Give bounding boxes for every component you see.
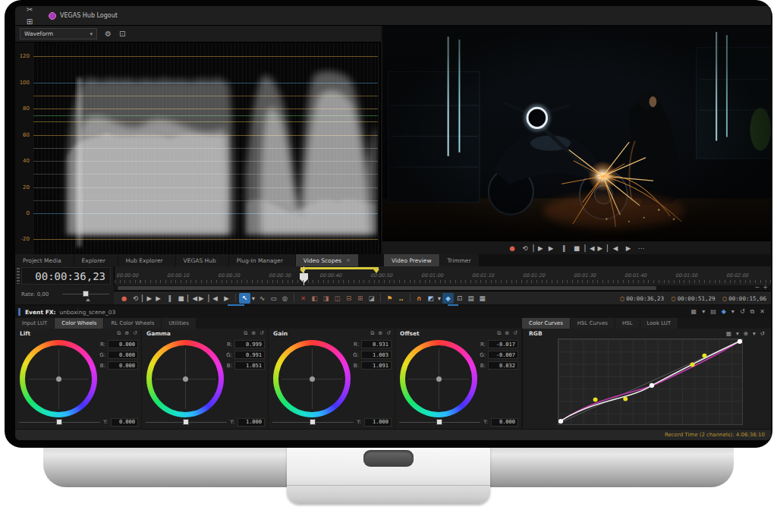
- zoom-out-icon[interactable]: −: [755, 284, 760, 291]
- record-button[interactable]: ●: [118, 293, 130, 304]
- selection-time-value[interactable]: 00:00:15,06: [728, 295, 766, 302]
- curve-graph[interactable]: [558, 338, 743, 425]
- slide-event-button[interactable]: ⊞: [354, 293, 366, 304]
- scrollbar-thumb[interactable]: [118, 286, 656, 290]
- b-value-field[interactable]: 1.091: [361, 361, 392, 370]
- plugin-chain-icon[interactable]: ◆: [722, 308, 726, 316]
- y-slider[interactable]: [272, 422, 354, 423]
- tab-trimmer[interactable]: Trimmer: [440, 254, 479, 266]
- loop-region-bar[interactable]: [300, 267, 379, 269]
- rate-slider[interactable]: [62, 294, 109, 294]
- playhead-handle[interactable]: [300, 273, 308, 283]
- curve-preset-caret-icon[interactable]: ▾: [736, 330, 739, 337]
- track-motion-button[interactable]: ▦: [477, 293, 488, 304]
- preview-more-button[interactable]: ⋯: [636, 243, 647, 253]
- undo-fx-icon[interactable]: ↺: [740, 308, 745, 316]
- pause-button[interactable]: ‖: [164, 293, 175, 304]
- wheel-link-icon[interactable]: ⧉: [117, 330, 121, 336]
- y-slider-handle[interactable]: [436, 419, 442, 425]
- tab-look-lut[interactable]: Look LUT: [640, 318, 678, 329]
- preview-go-to-start-button[interactable]: ▏◀: [584, 243, 596, 253]
- preview-pause-button[interactable]: ‖: [558, 243, 570, 253]
- g-value-field[interactable]: 0.991: [234, 351, 265, 359]
- auto-ripple-button[interactable]: ◩: [425, 293, 436, 304]
- go-to-start-button[interactable]: ▏◀: [187, 293, 198, 304]
- zoom-tool-button[interactable]: ◎: [279, 293, 291, 304]
- r-value-field[interactable]: 0.999: [234, 340, 265, 348]
- tab-plugin-manager[interactable]: Plug-In Manager: [229, 254, 295, 266]
- g-value-field[interactable]: 1.003: [361, 351, 392, 359]
- slip-event-button[interactable]: ⊟: [343, 293, 354, 304]
- y-slider-handle[interactable]: [183, 419, 189, 425]
- preview-stop-button[interactable]: ■: [571, 243, 583, 253]
- play-button[interactable]: ▶: [153, 293, 164, 304]
- wheel-link-icon[interactable]: ⧉: [244, 330, 247, 336]
- tab-project-media[interactable]: Project Media: [15, 254, 74, 266]
- wheel-link-icon[interactable]: ⧉: [370, 330, 374, 336]
- y-value-field[interactable]: 1.000: [238, 418, 265, 427]
- y-slider-handle[interactable]: [310, 419, 316, 425]
- wheel-target-icon[interactable]: ⊕: [378, 330, 382, 336]
- auto-ripple-caret-icon[interactable]: ▾: [436, 293, 442, 304]
- plugin-caret-icon[interactable]: ▾: [731, 308, 735, 316]
- insert-marker-button[interactable]: ⚑: [384, 293, 395, 304]
- grab-frame-icon[interactable]: ⊡: [119, 30, 125, 38]
- event-fx-button[interactable]: ◆: [442, 293, 454, 304]
- fx-browser-caret-icon[interactable]: ▾: [702, 308, 705, 316]
- b-value-field[interactable]: 1.051: [234, 361, 265, 370]
- wheel-link-icon[interactable]: ⧉: [497, 330, 501, 336]
- wheel-target-icon[interactable]: ⊕: [505, 330, 509, 336]
- wheel-puck[interactable]: [56, 376, 61, 382]
- preview-go-to-end-button[interactable]: ▶▕: [597, 243, 609, 253]
- tab-rl-color-wheels[interactable]: RL Color Wheels: [104, 318, 161, 329]
- tab-close-icon[interactable]: ×: [346, 257, 351, 263]
- g-value-field[interactable]: 0.000: [108, 351, 138, 359]
- preview-loop-button[interactable]: ⟲: [520, 243, 531, 253]
- previous-frame-button[interactable]: ◀: [209, 293, 221, 304]
- wheel-reset-icon[interactable]: ↺: [260, 330, 264, 336]
- play-from-start-button[interactable]: ▏▶: [141, 293, 153, 304]
- go-to-end-button[interactable]: ▶▕: [198, 293, 209, 304]
- r-value-field[interactable]: 0.931: [361, 340, 392, 348]
- tab-hsl[interactable]: HSL: [615, 318, 640, 329]
- trim-end-button[interactable]: ◨: [320, 293, 332, 304]
- y-value-field[interactable]: 0.000: [111, 418, 138, 427]
- tab-vegas-hub[interactable]: VEGAS Hub: [176, 254, 228, 266]
- selection-time-value[interactable]: 00:00:36,23: [626, 295, 664, 302]
- wheel-puck[interactable]: [436, 376, 442, 382]
- offset-color-wheel[interactable]: [400, 340, 477, 417]
- split-event-button[interactable]: ◫: [332, 293, 343, 304]
- scope-settings-icon[interactable]: ⚙: [105, 30, 112, 38]
- preview-play-from-start-button[interactable]: ▏▶: [533, 243, 544, 253]
- zoom-in-icon[interactable]: +: [763, 284, 768, 291]
- fx-browser-icon[interactable]: ▦: [691, 308, 697, 316]
- y-slider[interactable]: [146, 422, 227, 423]
- tab-hub-explorer[interactable]: Hub Explorer: [118, 254, 175, 266]
- rate-slider-handle[interactable]: [83, 291, 89, 297]
- envelope-tool-button[interactable]: ∿: [256, 293, 268, 304]
- float-window-icon[interactable]: ⧉: [750, 308, 755, 316]
- curve-target-caret-icon[interactable]: ▾: [753, 330, 756, 337]
- y-value-field[interactable]: 0.000: [491, 418, 518, 427]
- selection-time-value[interactable]: 00:00:51,29: [678, 295, 716, 302]
- y-slider[interactable]: [399, 422, 480, 423]
- vegas-hub-logout[interactable]: VEGAS Hub Logout: [49, 12, 118, 20]
- plugin-browser-button[interactable]: ▤: [465, 293, 477, 304]
- tab-hsl-curves[interactable]: HSL Curves: [571, 318, 615, 329]
- curve-preset-icon[interactable]: ▦: [726, 330, 731, 337]
- tab-color-curves[interactable]: Color Curves: [522, 318, 570, 329]
- preview-play-button[interactable]: ▶: [546, 243, 557, 253]
- wheel-puck[interactable]: [310, 376, 315, 382]
- trim-start-button[interactable]: ◧: [309, 293, 320, 304]
- preview-record-button[interactable]: ●: [507, 243, 518, 253]
- y-value-field[interactable]: 1.000: [364, 418, 392, 427]
- r-value-field[interactable]: -0.017: [488, 340, 518, 348]
- tab-utilities[interactable]: Utilities: [162, 318, 195, 329]
- wheel-reset-icon[interactable]: ↺: [133, 330, 137, 336]
- gamma-color-wheel[interactable]: [146, 340, 224, 417]
- cut-icon[interactable]: ✂: [23, 6, 36, 16]
- scope-type-dropdown[interactable]: Waveform ▾: [20, 28, 97, 39]
- drag-handle[interactable]: [17, 268, 20, 284]
- b-value-field[interactable]: 0.000: [108, 361, 138, 370]
- wheel-reset-icon[interactable]: ↺: [386, 330, 391, 336]
